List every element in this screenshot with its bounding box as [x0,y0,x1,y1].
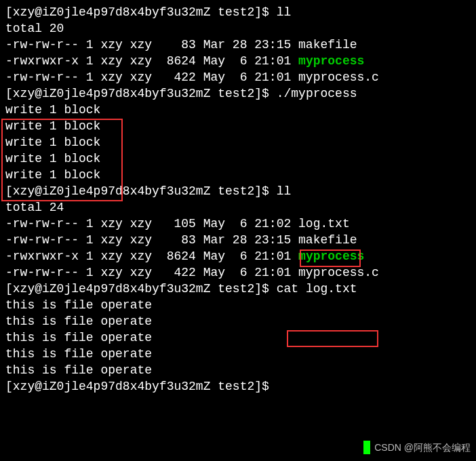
ll-row: -rw-rw-r-- 1 xzy xzy 83 Mar 28 23:15 mak… [5,232,471,248]
ll-total: total 24 [5,199,471,216]
ll-row: -rwxrwxr-x 1 xzy xzy 8624 May 6 21:01 my… [5,248,471,264]
watermark-text: CSDN @阿熊不会编程 [374,439,471,456]
program-output: write 1 block [5,167,471,183]
program-output: write 1 block [5,151,471,167]
cat-output: this is file operate [5,329,471,346]
ll-row: -rw-rw-r-- 1 xzy xzy 83 Mar 28 23:15 mak… [5,37,471,53]
cat-output: this is file operate [5,362,471,378]
cat-output: this is file operate [5,297,471,313]
prompt-line[interactable]: [xzy@iZ0jle4p97d8x4byf3u32mZ test2]$ ll [5,4,471,20]
program-output: write 1 block [5,134,471,151]
terminal-output: [xzy@iZ0jle4p97d8x4byf3u32mZ test2]$ llt… [5,4,471,395]
cat-output: this is file operate [5,313,471,329]
ll-total: total 20 [5,20,471,37]
ll-row: -rw-rw-r-- 1 xzy xzy 422 May 6 21:01 myp… [5,69,471,85]
program-output: write 1 block [5,102,471,118]
prompt-line[interactable]: [xzy@iZ0jle4p97d8x4byf3u32mZ test2]$ ./m… [5,85,471,102]
cat-output: this is file operate [5,346,471,362]
program-output: write 1 block [5,118,471,134]
prompt-line[interactable]: [xzy@iZ0jle4p97d8x4byf3u32mZ test2]$ [5,378,471,395]
prompt-line[interactable]: [xzy@iZ0jle4p97d8x4byf3u32mZ test2]$ cat… [5,281,471,297]
watermark: CSDN @阿熊不会编程 [363,439,471,456]
ll-row: -rwxrwxr-x 1 xzy xzy 8624 May 6 21:01 my… [5,53,471,69]
ll-row: -rw-rw-r-- 1 xzy xzy 422 May 6 21:01 myp… [5,264,471,281]
prompt-line[interactable]: [xzy@iZ0jle4p97d8x4byf3u32mZ test2]$ ll [5,183,471,199]
cursor-icon [363,441,370,454]
ll-row: -rw-rw-r-- 1 xzy xzy 105 May 6 21:02 log… [5,216,471,232]
